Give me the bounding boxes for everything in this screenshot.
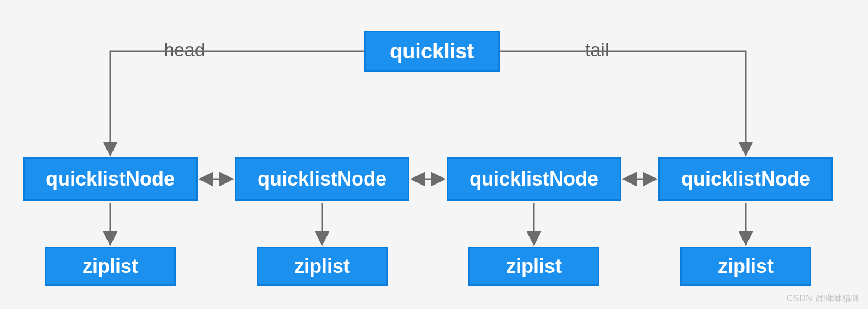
ziplist-2-label: ziplist <box>506 255 562 278</box>
tail-arrow <box>500 51 746 155</box>
ziplist-2: ziplist <box>468 247 599 286</box>
quicklist-node-1-label: quicklistNode <box>258 168 387 191</box>
quicklist-node-1: quicklistNode <box>235 157 409 201</box>
head-pointer-label: head <box>164 39 205 61</box>
quicklist-node-0: quicklistNode <box>23 157 198 201</box>
head-arrow <box>110 51 364 155</box>
ziplist-1: ziplist <box>257 247 388 286</box>
watermark-text: CSDN @咻咻猫咪 <box>787 293 860 305</box>
quicklist-node-3-label: quicklistNode <box>681 168 810 191</box>
quicklist-node-2: quicklistNode <box>447 157 621 201</box>
quicklist-node-0-label: quicklistNode <box>46 168 175 191</box>
quicklist-node-3: quicklistNode <box>658 157 833 201</box>
ziplist-0-label: ziplist <box>82 255 138 278</box>
ziplist-3: ziplist <box>680 247 811 286</box>
tail-pointer-label: tail <box>585 39 609 61</box>
quicklist-root: quicklist <box>364 31 500 72</box>
ziplist-1-label: ziplist <box>294 255 350 278</box>
quicklist-node-2-label: quicklistNode <box>469 168 598 191</box>
ziplist-0: ziplist <box>45 247 176 286</box>
ziplist-3-label: ziplist <box>718 255 774 278</box>
quicklist-root-label: quicklist <box>390 40 474 63</box>
